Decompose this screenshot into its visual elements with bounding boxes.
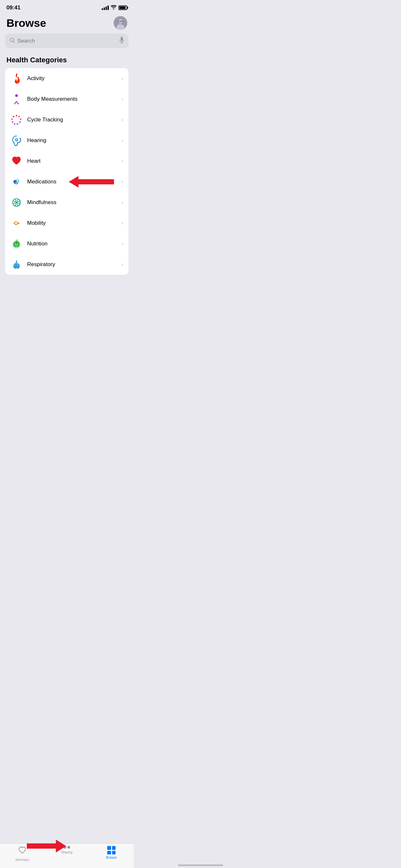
list-item[interactable]: Hearing › bbox=[5, 130, 128, 151]
list-item[interactable]: Activity › bbox=[5, 68, 128, 89]
svg-point-36 bbox=[17, 203, 20, 206]
svg-point-37 bbox=[16, 202, 18, 204]
svg-point-16 bbox=[16, 115, 18, 117]
heart-icon bbox=[10, 155, 23, 167]
signal-icon bbox=[102, 5, 109, 10]
respiratory-icon bbox=[10, 258, 23, 271]
svg-point-19 bbox=[19, 121, 21, 123]
status-bar: 09:41 bbox=[0, 0, 134, 13]
section-title: Health Categories bbox=[0, 53, 134, 68]
list-item[interactable]: Body Measurements › bbox=[5, 89, 128, 110]
svg-line-7 bbox=[13, 41, 15, 42]
chevron-icon: › bbox=[121, 199, 123, 206]
avatar[interactable] bbox=[114, 16, 127, 30]
chevron-icon: › bbox=[121, 179, 123, 185]
nutrition-label: Nutrition bbox=[27, 241, 121, 247]
list-item[interactable]: Heart › bbox=[5, 151, 128, 172]
svg-line-14 bbox=[14, 101, 17, 104]
svg-point-24 bbox=[13, 116, 14, 118]
mindfulness-label: Mindfulness bbox=[27, 199, 121, 206]
chevron-icon: › bbox=[121, 220, 123, 226]
svg-point-33 bbox=[13, 199, 16, 202]
body-measurements-icon bbox=[10, 93, 23, 105]
medications-icon bbox=[10, 176, 23, 188]
header: Browse bbox=[0, 13, 134, 34]
search-container bbox=[0, 34, 134, 53]
svg-point-41 bbox=[15, 244, 16, 245]
mobility-icon bbox=[10, 217, 23, 229]
svg-point-20 bbox=[17, 123, 19, 125]
svg-point-23 bbox=[11, 119, 13, 120]
svg-rect-8 bbox=[121, 37, 123, 41]
chevron-icon: › bbox=[121, 75, 123, 82]
mic-icon[interactable] bbox=[120, 37, 124, 45]
list-item[interactable]: Respiratory › bbox=[5, 254, 128, 275]
svg-rect-43 bbox=[16, 260, 17, 263]
hearing-icon bbox=[10, 134, 23, 147]
categories-list: Activity › Body Measurements bbox=[5, 68, 128, 275]
status-time: 09:41 bbox=[6, 4, 20, 11]
activity-label: Activity bbox=[27, 75, 121, 82]
nutrition-icon bbox=[10, 238, 23, 250]
list-item[interactable]: Nutrition › bbox=[5, 234, 128, 254]
svg-point-34 bbox=[17, 199, 20, 202]
list-item[interactable]: Mobility › bbox=[5, 213, 128, 234]
svg-point-22 bbox=[12, 121, 13, 123]
page-title: Browse bbox=[6, 17, 46, 29]
chevron-icon: › bbox=[121, 117, 123, 123]
svg-point-17 bbox=[19, 116, 20, 118]
svg-point-35 bbox=[13, 203, 16, 206]
chevron-icon: › bbox=[121, 96, 123, 102]
svg-line-15 bbox=[17, 101, 19, 104]
heart-label: Heart bbox=[27, 158, 121, 164]
search-icon bbox=[10, 38, 15, 44]
respiratory-label: Respiratory bbox=[27, 261, 121, 268]
list-item[interactable]: Mindfulness › bbox=[5, 192, 128, 213]
activity-icon bbox=[10, 72, 23, 85]
chevron-icon: › bbox=[121, 137, 123, 144]
list-item[interactable]: Medications › bbox=[5, 172, 128, 192]
svg-point-42 bbox=[17, 244, 18, 245]
medications-label: Medications bbox=[27, 179, 121, 185]
mindfulness-icon bbox=[10, 196, 23, 209]
status-icons bbox=[102, 5, 127, 11]
svg-point-26 bbox=[16, 140, 17, 141]
svg-point-21 bbox=[14, 123, 16, 125]
mobility-label: Mobility bbox=[27, 220, 121, 226]
list-item[interactable]: Cycle Tracking › bbox=[5, 110, 128, 130]
cycle-tracking-label: Cycle Tracking bbox=[27, 117, 121, 123]
battery-icon bbox=[119, 5, 127, 10]
search-input[interactable] bbox=[18, 38, 117, 44]
search-bar[interactable] bbox=[5, 34, 128, 48]
svg-point-18 bbox=[20, 119, 22, 120]
body-measurements-label: Body Measurements bbox=[27, 96, 121, 102]
hearing-label: Hearing bbox=[27, 137, 121, 144]
cycle-tracking-icon bbox=[10, 114, 23, 126]
chevron-icon: › bbox=[121, 158, 123, 164]
chevron-icon: › bbox=[121, 261, 123, 268]
wifi-icon bbox=[111, 5, 117, 11]
chevron-icon: › bbox=[121, 241, 123, 247]
